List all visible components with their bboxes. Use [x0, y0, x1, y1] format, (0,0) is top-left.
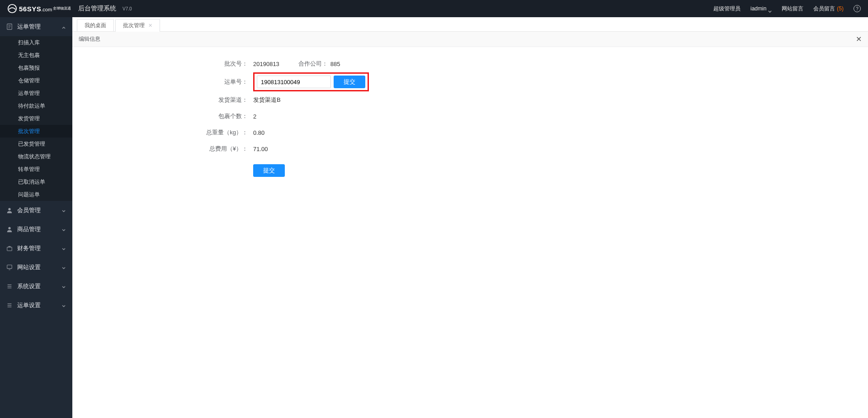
logo-text: 56SYS.com — [19, 5, 52, 13]
panel-header: 编辑信息 ✕ — [72, 32, 868, 47]
briefcase-icon — [6, 245, 13, 252]
list-icon — [6, 302, 13, 309]
waybill-input[interactable] — [257, 76, 331, 88]
label-batchno: 批次号： — [77, 60, 253, 68]
highlighted-waybill-group: 提交 — [253, 72, 369, 91]
tab-close-icon[interactable]: ✕ — [148, 23, 152, 28]
sidebar-group-system[interactable]: 系统设置 — [0, 277, 72, 296]
sidebar-item-batch[interactable]: 批次管理 — [0, 125, 72, 138]
svg-rect-7 — [7, 247, 12, 251]
value-batchno: 20190813 — [253, 61, 279, 67]
main-area: 我的桌面 批次管理 ✕ 编辑信息 ✕ 批次号： 20190813 合作公司： 8… — [72, 17, 868, 418]
sidebar-item-cancelled[interactable]: 已取消运单 — [0, 176, 72, 188]
tab-desktop[interactable]: 我的桌面 — [77, 19, 114, 31]
sidebar-item-ship-mgmt[interactable]: 发货管理 — [0, 112, 72, 125]
label-channel: 发货渠道： — [77, 96, 253, 104]
document-icon — [6, 24, 13, 30]
row-batchno: 批次号： 20190813 合作公司： 885 — [77, 56, 863, 71]
inline-submit-button[interactable]: 提交 — [334, 76, 365, 88]
sidebar-item-pending-pay[interactable]: 待付款运单 — [0, 100, 72, 112]
row-fee: 总费用（¥）： 71.00 — [77, 141, 863, 157]
panel-close-icon[interactable]: ✕ — [856, 35, 862, 43]
site-messages-link[interactable]: 网站留言 — [782, 5, 803, 13]
edit-form: 批次号： 20190813 合作公司： 885 运单号： 提交 — [72, 47, 868, 188]
user-icon — [6, 226, 13, 233]
topbar: 56SYS.com 全球物流通 后台管理系统 V7.0 超级管理员 iadmin… — [0, 0, 868, 17]
sidebar-group-label: 商品管理 — [17, 225, 41, 233]
logo-subtitle: 全球物流通 — [53, 7, 71, 10]
help-icon[interactable]: ? — [854, 5, 861, 12]
sidebar-submenu-waybill: 扫描入库 无主包裹 包裹预报 仓储管理 运单管理 待付款运单 发货管理 批次管理… — [0, 36, 72, 201]
member-messages-label: 会员留言 — [813, 5, 835, 13]
username: iadmin — [750, 5, 766, 12]
value-partner: 885 — [330, 61, 340, 67]
chevron-down-icon — [61, 303, 66, 308]
list-icon — [6, 283, 13, 290]
submit-button[interactable]: 提交 — [253, 164, 285, 177]
row-pkgcount: 包裹个数： 2 — [77, 109, 863, 124]
row-waybill: 运单号： 提交 — [77, 72, 863, 91]
member-messages-count: (5) — [837, 5, 844, 12]
chevron-down-icon — [61, 227, 66, 232]
monitor-icon — [6, 264, 13, 271]
row-channel: 发货渠道： 发货渠道B — [77, 92, 863, 108]
chevron-down-icon — [61, 284, 66, 289]
sidebar-group-product[interactable]: 商品管理 — [0, 220, 72, 239]
system-title: 后台管理系统 — [78, 5, 116, 13]
svg-rect-8 — [7, 265, 12, 269]
topbar-left: 56SYS.com 全球物流通 后台管理系统 V7.0 — [7, 4, 132, 14]
sidebar: 运单管理 扫描入库 无主包裹 包裹预报 仓储管理 运单管理 待付款运单 发货管理… — [0, 17, 72, 418]
tab-label: 批次管理 — [123, 22, 145, 29]
chevron-down-icon — [61, 265, 66, 270]
value-channel: 发货渠道B — [253, 96, 281, 104]
user-dropdown[interactable]: iadmin — [750, 5, 772, 12]
sidebar-group-finance[interactable]: 财务管理 — [0, 239, 72, 258]
label-fee: 总费用（¥）： — [77, 145, 253, 153]
sidebar-group-label: 网站设置 — [17, 263, 41, 271]
chevron-down-icon — [61, 246, 66, 251]
chevron-up-icon — [61, 24, 66, 29]
sidebar-item-scan-in[interactable]: 扫描入库 — [0, 36, 72, 49]
sidebar-item-ownerless[interactable]: 无主包裹 — [0, 49, 72, 62]
sidebar-group-label: 财务管理 — [17, 244, 41, 252]
sidebar-group-member[interactable]: 会员管理 — [0, 201, 72, 220]
tab-label: 我的桌面 — [85, 22, 106, 29]
sidebar-item-transfer[interactable]: 转单管理 — [0, 163, 72, 176]
panel-title: 编辑信息 — [79, 35, 100, 43]
value-weight: 0.80 — [253, 129, 264, 136]
sidebar-item-storage[interactable]: 仓储管理 — [0, 74, 72, 87]
value-pkgcount: 2 — [253, 113, 256, 120]
value-fee: 71.00 — [253, 146, 268, 152]
sidebar-group-waybill[interactable]: 运单管理 — [0, 17, 72, 36]
svg-point-6 — [8, 227, 10, 229]
sidebar-item-shipped[interactable]: 已发货管理 — [0, 138, 72, 150]
tab-batch[interactable]: 批次管理 ✕ — [115, 19, 160, 31]
logo[interactable]: 56SYS.com 全球物流通 — [7, 4, 71, 14]
sidebar-item-track-state[interactable]: 物流状态管理 — [0, 150, 72, 163]
version-label: V7.0 — [123, 6, 132, 11]
tabbar: 我的桌面 批次管理 ✕ — [72, 17, 868, 32]
row-weight: 总重量（kg）： 0.80 — [77, 125, 863, 140]
chevron-down-icon — [768, 8, 772, 10]
sidebar-item-waybill[interactable]: 运单管理 — [0, 87, 72, 100]
label-weight: 总重量（kg）： — [77, 128, 253, 137]
sidebar-group-label: 会员管理 — [17, 206, 41, 214]
user-icon — [6, 207, 13, 214]
sidebar-group-label: 运单管理 — [17, 23, 41, 31]
sidebar-group-label: 运单设置 — [17, 301, 41, 309]
sidebar-group-site[interactable]: 网站设置 — [0, 258, 72, 277]
label-pkgcount: 包裹个数： — [77, 112, 253, 120]
role-label: 超级管理员 — [713, 5, 741, 13]
label-partner: 合作公司： — [298, 60, 328, 68]
logo-swoosh-icon — [7, 4, 17, 14]
member-messages-link[interactable]: 会员留言 (5) — [813, 5, 844, 13]
sidebar-item-pkg-pre[interactable]: 包裹预报 — [0, 62, 72, 74]
row-submit: 提交 — [77, 163, 863, 178]
svg-point-5 — [8, 208, 10, 210]
topbar-right: 超级管理员 iadmin 网站留言 会员留言 (5) ? — [713, 5, 861, 13]
sidebar-group-waybill-set[interactable]: 运单设置 — [0, 296, 72, 315]
sidebar-group-label: 系统设置 — [17, 282, 41, 290]
label-waybill: 运单号： — [77, 78, 253, 86]
chevron-down-icon — [61, 208, 66, 213]
sidebar-item-problem[interactable]: 问题运单 — [0, 188, 72, 201]
